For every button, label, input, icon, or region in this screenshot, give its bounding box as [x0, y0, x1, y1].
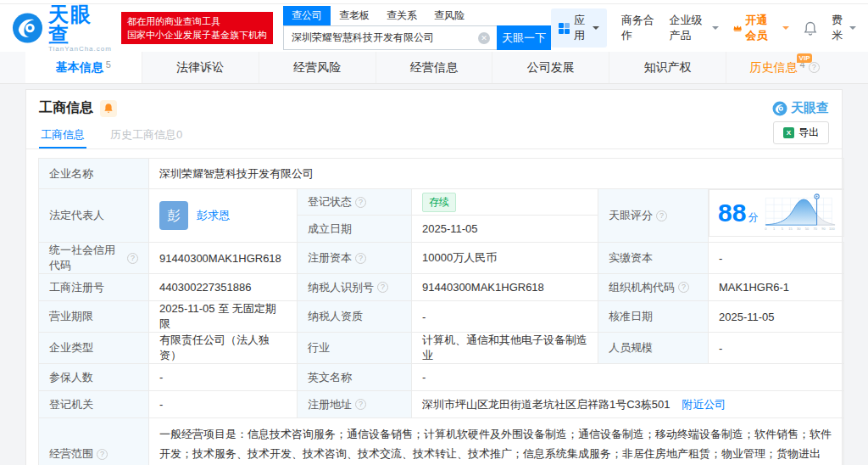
tab-legal-litigation-label: 法律诉讼	[176, 60, 224, 76]
nav-open-vip[interactable]: 开通会员	[733, 13, 789, 43]
svg-text:100: 100	[829, 227, 835, 231]
watermark-text: 天眼查	[791, 100, 829, 116]
address-value: 深圳市坪山区龙田街道老坑社区启祥路1号C3栋501	[422, 398, 670, 411]
subtab-history-business-info[interactable]: 历史工商信息0	[108, 120, 184, 148]
search-input[interactable]	[283, 25, 497, 50]
company-type-label: 企业类型	[39, 333, 149, 364]
credit-code-label: 统一社会信用代码	[49, 243, 124, 273]
help-icon[interactable]	[97, 449, 108, 460]
tab-company-development[interactable]: 公司发展	[492, 52, 609, 83]
taxpayer-quality-label: 纳税人资质	[298, 301, 412, 333]
chevron-down-icon	[782, 26, 789, 33]
vip-badge: VIP	[797, 53, 813, 63]
avatar[interactable]: 彭	[159, 201, 188, 230]
site-header: 天眼查 TianYanCha.com 都在用的商业查询工具 国家中小企业发展子基…	[0, 4, 868, 52]
nav-enterprise-products[interactable]: 企业级产品	[669, 13, 719, 43]
notification-bell-icon[interactable]	[804, 21, 817, 36]
nearby-companies-link[interactable]: 附近公司	[682, 398, 726, 411]
svg-text:70: 70	[814, 227, 818, 231]
svg-text:0: 0	[765, 227, 768, 231]
company-name-value: 深圳荣耀智慧科技开发有限公司	[149, 159, 844, 189]
tianyancha-logo-icon	[12, 12, 43, 44]
reg-number-label: 工商注册号	[39, 274, 149, 301]
table-row: 工商注册号 440300227351886 纳税人识别号 91440300MAK…	[39, 274, 844, 301]
taxpayer-id-label: 纳税人识别号	[308, 280, 374, 295]
company-type-value: 有限责任公司（法人独资）	[149, 333, 298, 364]
table-row: 经营范围 一般经营项目是：信息技术咨询服务；通信设备销售；计算机软硬件及外围设备…	[39, 418, 844, 465]
brand-slogan: 都在用的商业查询工具 国家中小企业发展子基金旗下机构	[121, 12, 273, 44]
approval-date-label: 核准日期	[598, 301, 709, 333]
insured-label: 参保人数	[39, 364, 149, 391]
search-tab-company[interactable]: 查公司	[283, 6, 331, 25]
score-label-cell: 天眼评分	[598, 189, 709, 243]
english-name-value: -	[412, 364, 844, 391]
export-button[interactable]: 导出	[773, 121, 829, 144]
english-name-label: 英文名称	[298, 364, 412, 391]
paid-capital-value: -	[709, 243, 844, 274]
nav-apps-label: 应用	[574, 13, 585, 43]
help-icon[interactable]	[127, 253, 138, 264]
legal-rep-link[interactable]: 彭求恩	[197, 208, 230, 223]
business-scope-label: 经营范围	[49, 446, 93, 462]
insured-value: -	[149, 364, 298, 391]
business-scope-value: 一般经营项目是：信息技术咨询服务；通信设备销售；计算机软硬件及外围设备制造；通信…	[149, 418, 844, 465]
search-tab-risk[interactable]: 查风险	[426, 6, 473, 25]
nav-cooperation-label: 商务合作	[621, 13, 655, 43]
org-code-value: MAK1HGR6-1	[709, 274, 844, 301]
search-tab-boss[interactable]: 查老板	[331, 6, 378, 25]
paid-capital-label: 实缴资本	[598, 243, 709, 274]
export-button-label: 导出	[798, 126, 819, 140]
svg-text:1: 1	[773, 227, 776, 231]
subtab-row: 工商信息 历史工商信息0 导出	[26, 117, 842, 149]
search-tabs: 查公司 查老板 查关系 查风险	[283, 6, 551, 25]
tab-intellectual-property-label: 知识产权	[644, 60, 692, 76]
reg-capital-value: 10000万人民币	[412, 243, 598, 274]
tab-operation-info[interactable]: 经营信息	[376, 52, 492, 83]
table-row: 登记机关 - 注册地址 深圳市坪山区龙田街道老坑社区启祥路1号C3栋501 附近…	[39, 391, 844, 418]
search-button[interactable]: 天眼一下	[497, 25, 551, 50]
industry-label: 行业	[298, 333, 412, 364]
tab-operation-risk-label: 经营风险	[293, 60, 341, 76]
help-icon[interactable]	[355, 253, 366, 264]
slogan-line2: 国家中小企业发展子基金旗下机构	[127, 28, 267, 42]
monitor-bell-icon[interactable]	[100, 100, 117, 117]
subtab-business-info[interactable]: 工商信息	[39, 120, 86, 148]
username: 费米	[832, 13, 846, 43]
score-cell[interactable]: 88 分	[709, 189, 844, 237]
score-value: 88	[718, 200, 746, 226]
table-row: 营业期限 2025-11-05 至 无固定期限 纳税人资质 - 核准日期 202…	[39, 301, 844, 333]
help-icon[interactable]	[355, 399, 366, 410]
credit-code-value: 91440300MAK1HGR618	[149, 243, 298, 274]
reg-authority-value: -	[149, 391, 298, 418]
clear-input-icon[interactable]	[478, 32, 490, 44]
nav-apps[interactable]: 应用	[551, 8, 607, 48]
tianyancha-logo[interactable]: 天眼查 TianYanCha.com	[12, 4, 113, 53]
table-row: 企业名称 深圳荣耀智慧科技开发有限公司	[39, 159, 844, 189]
establish-date-label: 成立日期	[298, 216, 412, 242]
search-module: 查公司 查老板 查关系 查风险 天眼一下	[283, 6, 551, 50]
nav-cooperation[interactable]: 商务合作	[621, 13, 655, 43]
help-icon[interactable]	[809, 62, 820, 73]
help-icon[interactable]	[678, 282, 689, 293]
help-icon[interactable]	[656, 210, 667, 221]
company-name-label: 企业名称	[39, 159, 149, 189]
tab-history-info-label: 历史信息	[750, 60, 798, 76]
tianyancha-watermark: 天眼查	[772, 100, 829, 116]
tab-history-info[interactable]: 历史信息 4 VIP	[726, 52, 843, 83]
tab-intellectual-property[interactable]: 知识产权	[609, 52, 726, 83]
table-row: 法定代表人 彭 彭求恩 登记状态 存续 成立日期 2025-1	[39, 189, 844, 243]
crown-icon	[733, 23, 742, 33]
chevron-down-icon	[593, 26, 599, 33]
search-tab-relation[interactable]: 查关系	[378, 6, 426, 25]
score-unit: 分	[748, 210, 758, 225]
nav-user-menu[interactable]: 费米	[832, 13, 856, 43]
help-icon[interactable]	[355, 197, 366, 208]
tab-basic-info[interactable]: 基本信息 5	[25, 52, 142, 83]
reg-status-label: 登记状态	[298, 189, 412, 216]
business-info-card: 工商信息 天眼查 工商信息 历史工商信息0 导出	[25, 89, 843, 465]
help-icon[interactable]	[377, 282, 388, 293]
staff-size-value: -	[709, 333, 844, 364]
tab-legal-litigation[interactable]: 法律诉讼	[142, 52, 259, 83]
staff-size-label: 人员规模	[598, 333, 709, 364]
tab-operation-risk[interactable]: 经营风险	[259, 52, 376, 83]
